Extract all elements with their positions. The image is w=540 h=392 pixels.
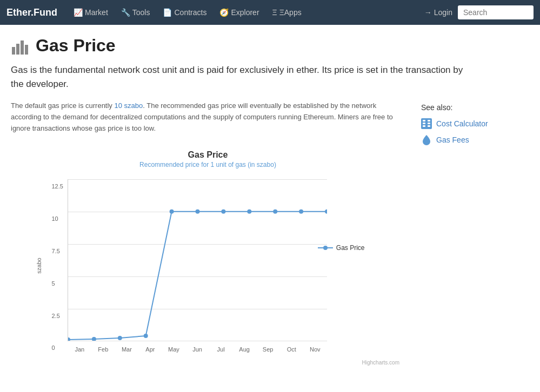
x-label-aug: Aug	[232, 346, 256, 353]
svg-rect-16	[423, 120, 425, 121]
svg-point-13	[299, 209, 303, 214]
nav-contracts[interactable]: 📄 Contracts	[157, 5, 212, 20]
svg-rect-20	[423, 125, 425, 127]
y-axis-label: szabo	[35, 258, 42, 274]
x-label-jul: Jul	[209, 346, 233, 353]
chart-legend: Gas Price	[318, 244, 365, 252]
title-row: Gas Price	[11, 36, 529, 56]
svg-rect-2	[21, 40, 24, 55]
see-also-label: See also:	[421, 103, 529, 112]
bar-chart-icon	[11, 36, 30, 56]
svg-point-12	[273, 209, 277, 214]
description: The default gas price is currently 10 sz…	[11, 100, 405, 134]
chart-svg	[68, 179, 327, 341]
svg-point-5	[91, 337, 96, 341]
szabo-link[interactable]: 10 szabo	[114, 102, 143, 110]
svg-point-6	[117, 336, 122, 340]
x-label-mar: Mar	[115, 346, 139, 353]
svg-rect-19	[428, 123, 430, 124]
x-label-nov: Nov	[303, 346, 327, 353]
wrench-icon: 🔧	[121, 8, 130, 17]
nav-apps[interactable]: Ξ ΞApps	[267, 5, 307, 20]
svg-point-9	[195, 209, 199, 214]
svg-rect-1	[16, 44, 19, 55]
content-area: The default gas price is currently 10 sz…	[11, 100, 529, 371]
x-label-sep: Sep	[256, 346, 280, 353]
search-input[interactable]	[458, 5, 534, 19]
chart-inner: 12.5 10 7.5 5 2.5 0	[68, 179, 327, 341]
main-content: Gas Price Gas is the fundamental network…	[0, 25, 540, 376]
nav-market[interactable]: 📈 Market	[68, 5, 114, 20]
svg-point-10	[221, 209, 225, 214]
svg-rect-18	[423, 123, 425, 124]
nav-explorer[interactable]: 🧭 Explorer	[214, 5, 264, 20]
chart-area: szabo 12.5 10 7.5 5 2.5 0	[46, 174, 370, 357]
login-icon: →	[424, 8, 432, 17]
x-label-jun: Jun	[185, 346, 209, 353]
chart-icon: 📈	[74, 8, 83, 17]
x-label-apr: Apr	[138, 346, 162, 353]
right-panel: See also: Cost Calculator	[421, 100, 529, 371]
page-subtitle: Gas is the fundamental network cost unit…	[11, 63, 476, 91]
chart-container: Gas Price Recommended price for 1 unit o…	[11, 145, 405, 371]
svg-rect-17	[428, 120, 430, 121]
x-labels: Jan Feb Mar Apr May Jun Jul Aug Sep Oct …	[68, 346, 327, 353]
calculator-icon	[421, 118, 432, 129]
nav-links: 📈 Market 🔧 Tools 📄 Contracts 🧭 Explorer …	[68, 5, 424, 20]
brand-logo[interactable]: Ether.Fund	[6, 7, 57, 18]
cost-calculator-label: Cost Calculator	[436, 119, 488, 128]
gas-fees-link[interactable]: Gas Fees	[421, 134, 529, 145]
x-label-feb: Feb	[91, 346, 115, 353]
svg-point-11	[247, 209, 251, 214]
chart-title: Gas Price	[11, 150, 405, 160]
doc-icon: 📄	[163, 8, 172, 17]
svg-point-8	[169, 209, 174, 214]
svg-point-7	[143, 334, 148, 338]
x-label-jan: Jan	[68, 346, 92, 353]
svg-rect-3	[25, 45, 28, 55]
left-panel: The default gas price is currently 10 sz…	[11, 100, 405, 371]
cost-calculator-link[interactable]: Cost Calculator	[421, 118, 529, 129]
compass-icon: 🧭	[219, 8, 229, 17]
svg-rect-21	[428, 125, 430, 127]
svg-rect-0	[12, 47, 15, 55]
login-link[interactable]: → Login	[424, 8, 452, 17]
legend-label: Gas Price	[336, 244, 365, 252]
page-title: Gas Price	[36, 36, 116, 56]
chart-credit: Highcharts.com	[11, 360, 405, 366]
x-label-may: May	[162, 346, 186, 353]
x-label-oct: Oct	[279, 346, 303, 353]
apps-icon: Ξ	[272, 8, 277, 17]
chart-subtitle: Recommended price for 1 unit of gas (in …	[11, 161, 405, 168]
droplet-icon	[421, 134, 432, 145]
gas-fees-label: Gas Fees	[436, 136, 469, 144]
nav-tools[interactable]: 🔧 Tools	[116, 5, 156, 20]
svg-point-4	[68, 337, 70, 341]
navbar: Ether.Fund 📈 Market 🔧 Tools 📄 Contracts …	[0, 0, 540, 25]
search-box	[458, 5, 534, 19]
svg-point-14	[325, 209, 327, 214]
